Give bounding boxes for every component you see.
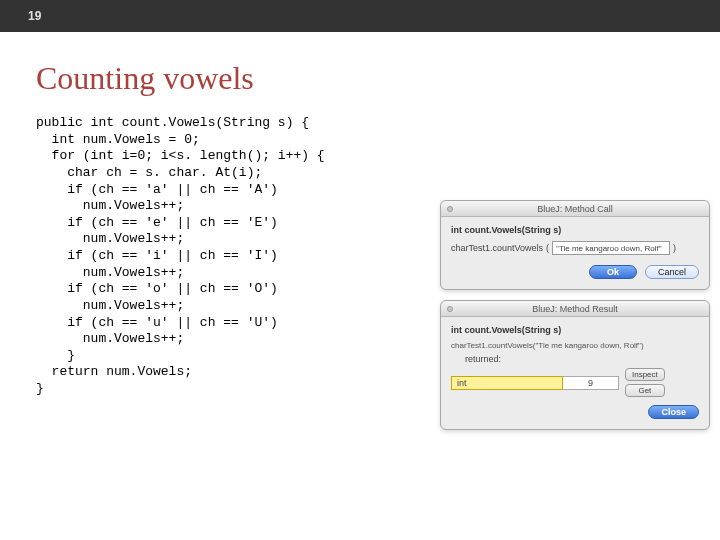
dialog-body: int count.Vowels(String s) charTest1.cou… — [441, 217, 709, 289]
invocation-prefix: charTest1.countVowels — [451, 243, 543, 253]
side-buttons: Inspect Get — [619, 368, 665, 397]
dialog-titlebar: BlueJ: Method Result — [441, 301, 709, 317]
result-line: int 9 Inspect Get — [451, 368, 699, 405]
returned-label: returned: — [465, 354, 699, 364]
call-line: charTest1.countVowels("Tie me kangaroo d… — [451, 341, 699, 350]
result-type-cell: int — [451, 376, 563, 390]
close-paren: ) — [673, 243, 676, 253]
close-row: Close — [451, 405, 699, 419]
argument-input[interactable]: "Tie me kangaroo down, Rolf" — [552, 241, 670, 255]
result-signature: int count.Vowels(String s) — [451, 325, 699, 335]
method-signature: int count.Vowels(String s) — [451, 225, 699, 235]
open-paren: ( — [546, 243, 549, 253]
get-button[interactable]: Get — [625, 384, 665, 397]
button-row: Ok Cancel — [451, 265, 699, 279]
ok-button[interactable]: Ok — [589, 265, 637, 279]
dialog-body: int count.Vowels(String s) charTest1.cou… — [441, 317, 709, 429]
dialog-title-text: BlueJ: Method Result — [441, 304, 709, 314]
slide-header: 19 — [0, 0, 720, 32]
dialog-titlebar: BlueJ: Method Call — [441, 201, 709, 217]
cancel-button[interactable]: Cancel — [645, 265, 699, 279]
dialog-title-text: BlueJ: Method Call — [441, 204, 709, 214]
result-row: int 9 — [451, 376, 619, 390]
close-button[interactable]: Close — [648, 405, 699, 419]
dialog-stack: BlueJ: Method Call int count.Vowels(Stri… — [440, 200, 710, 440]
method-call-dialog: BlueJ: Method Call int count.Vowels(Stri… — [440, 200, 710, 290]
method-result-dialog: BlueJ: Method Result int count.Vowels(St… — [440, 300, 710, 430]
page-number: 19 — [28, 9, 41, 23]
slide-title: Counting vowels — [36, 60, 720, 97]
inspect-button[interactable]: Inspect — [625, 368, 665, 381]
result-value-cell: 9 — [563, 376, 619, 390]
code-block: public int count.Vowels(String s) { int … — [36, 115, 325, 398]
call-row: charTest1.countVowels ( "Tie me kangaroo… — [451, 241, 699, 255]
